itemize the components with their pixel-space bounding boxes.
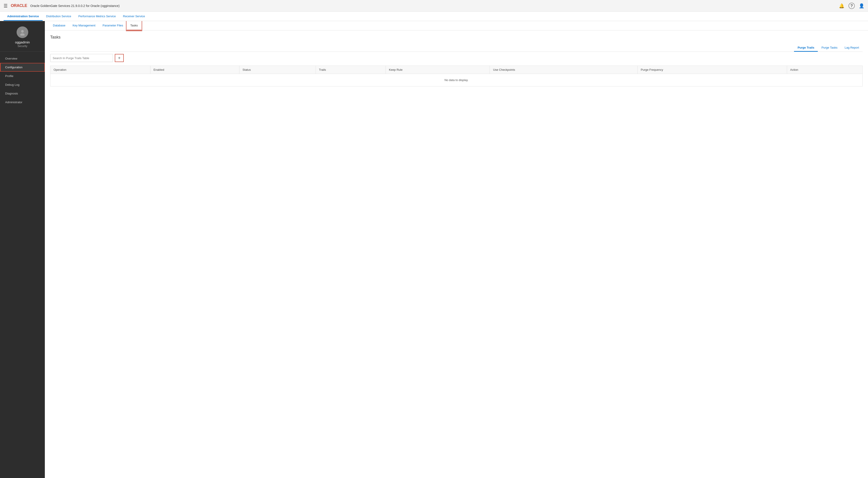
help-icon[interactable]: ? — [848, 3, 855, 9]
sidebar-item-overview[interactable]: Overview — [0, 54, 45, 63]
no-data-text: No data to display. — [51, 74, 863, 87]
page-title: Tasks — [50, 35, 863, 40]
service-nav-administration[interactable]: Administration Service — [4, 12, 42, 21]
top-bar-right: 🔔 ? 👤 — [839, 3, 864, 9]
top-bar: ☰ ORACLE Oracle GoldenGate Services 21.9… — [0, 0, 868, 12]
search-input[interactable] — [50, 54, 113, 62]
hamburger-menu[interactable]: ☰ — [4, 3, 8, 8]
app-title: Oracle GoldenGate Services 21.9.0.0.2 fo… — [30, 4, 120, 8]
service-nav-performance[interactable]: Performance Metrics Service — [75, 12, 120, 21]
user-icon[interactable]: 👤 — [859, 3, 864, 8]
sidebar-item-profile[interactable]: Profile — [0, 72, 45, 80]
inner-tab-purge-trails[interactable]: Purge Trails — [794, 44, 818, 52]
col-enabled: Enabled — [150, 66, 239, 74]
col-operation: Operation — [51, 66, 150, 74]
inner-tabs-row: Purge Trails Purge Tasks Lag Report — [50, 44, 863, 52]
col-use-checkpoints: Use Checkpoints — [490, 66, 638, 74]
page-content: Tasks Purge Trails Purge Tasks Lag Repor… — [45, 30, 868, 478]
inner-tab-lag-report[interactable]: Lag Report — [841, 44, 863, 52]
add-button[interactable]: + — [115, 54, 124, 62]
sidebar-nav: Overview Configuration Profile Debug Log… — [0, 52, 45, 109]
service-nav-receiver[interactable]: Receiver Service — [120, 12, 149, 21]
svg-point-1 — [20, 33, 25, 36]
svg-point-0 — [21, 30, 24, 33]
inner-tab-purge-tasks[interactable]: Purge Tasks — [818, 44, 841, 52]
service-nav: Administration Service Distribution Serv… — [0, 12, 868, 21]
service-nav-distribution[interactable]: Distribution Service — [42, 12, 75, 21]
col-keep-rule: Keep Rule — [385, 66, 490, 74]
purge-trails-table: Operation Enabled Status Trails Keep Rul… — [50, 66, 863, 87]
table-no-data-row: No data to display. — [51, 74, 863, 87]
sidebar-item-diagnosis[interactable]: Diagnosis — [0, 89, 45, 98]
content-area: Database Key Management Parameter Files … — [45, 21, 868, 478]
sub-tab-database[interactable]: Database — [49, 21, 69, 30]
search-add-row: + — [50, 54, 863, 62]
sidebar-username: oggadmin — [15, 40, 30, 44]
col-purge-frequency: Purge Frequency — [638, 66, 787, 74]
col-trails: Trails — [316, 66, 385, 74]
sidebar-user: oggadmin Security — [0, 21, 45, 52]
main-layout: oggadmin Security Overview Configuration… — [0, 21, 868, 478]
avatar — [17, 26, 28, 38]
notification-icon[interactable]: 🔔 — [839, 3, 844, 8]
sub-tab-key-management[interactable]: Key Management — [69, 21, 99, 30]
sidebar-item-debuglog[interactable]: Debug Log — [0, 80, 45, 89]
sidebar-item-administrator[interactable]: Administrator — [0, 98, 45, 107]
logo-area: ORACLE Oracle GoldenGate Services 21.9.0… — [11, 3, 120, 8]
sidebar-item-configuration[interactable]: Configuration — [0, 63, 45, 72]
sidebar: oggadmin Security Overview Configuration… — [0, 21, 45, 478]
sub-tabs: Database Key Management Parameter Files … — [45, 21, 868, 30]
col-action: Action — [787, 66, 862, 74]
sub-tab-parameter-files[interactable]: Parameter Files — [99, 21, 127, 30]
oracle-logo: ORACLE — [11, 3, 27, 8]
sidebar-role: Security — [18, 44, 27, 48]
col-status: Status — [239, 66, 316, 74]
sub-tab-tasks[interactable]: Tasks — [127, 21, 141, 30]
